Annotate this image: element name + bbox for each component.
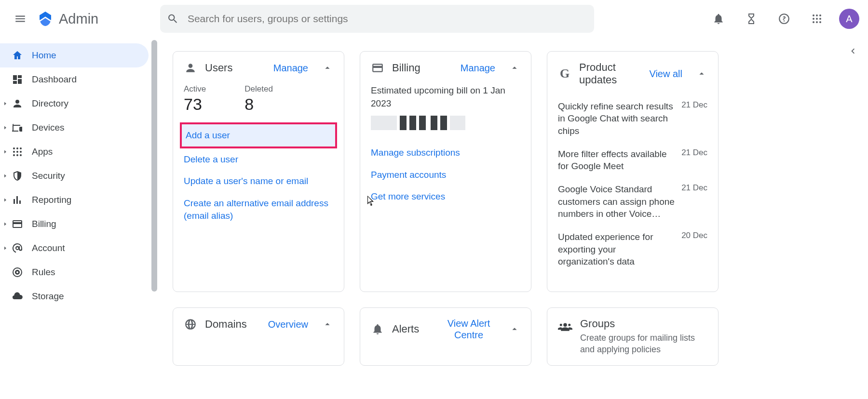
card-icon <box>371 61 384 75</box>
update-user-link[interactable]: Update a user's name or email <box>184 170 333 192</box>
svg-point-3 <box>813 18 814 20</box>
sidebar-item-devices[interactable]: Devices <box>0 116 149 140</box>
sidebar-item-label: Billing <box>32 219 56 229</box>
sidebar-item-billing[interactable]: Billing <box>0 212 149 236</box>
billing-card: Billing Manage Estimated upcoming bill o… <box>360 51 531 292</box>
svg-point-10 <box>16 147 18 149</box>
sidebar-item-label: Reporting <box>32 195 71 205</box>
add-a-user-link[interactable]: Add a user <box>180 122 337 148</box>
domains-card: Domains Overview <box>173 307 344 366</box>
domains-collapse-button[interactable] <box>322 319 333 330</box>
domains-overview-link[interactable]: Overview <box>268 319 308 330</box>
search-bar[interactable] <box>160 5 594 33</box>
dashboard-icon <box>12 74 23 85</box>
view-alert-centre-link[interactable]: View Alert Centre <box>442 318 495 341</box>
payment-accounts-link[interactable]: Payment accounts <box>371 164 520 186</box>
billing-collapse-button[interactable] <box>509 62 520 74</box>
expand-arrow-icon <box>1 99 10 108</box>
billing-estimate-text: Estimated upcoming bill on 1 Jan 2023 <box>371 84 520 110</box>
top-bar: Admin A <box>0 0 868 38</box>
svg-point-14 <box>20 151 22 153</box>
apps-launcher-button[interactable] <box>805 7 828 30</box>
sidebar-item-home[interactable]: Home <box>0 43 149 67</box>
svg-point-5 <box>819 18 821 20</box>
groups-card-title: Groups <box>580 318 707 330</box>
billing-manage-link[interactable]: Manage <box>461 63 495 74</box>
alerts-collapse-button[interactable] <box>509 323 520 335</box>
main-menu-button[interactable] <box>10 8 31 29</box>
at-icon <box>12 242 23 254</box>
svg-point-1 <box>816 14 818 16</box>
delete-a-user-link[interactable]: Delete a user <box>184 148 333 171</box>
create-alias-link[interactable]: Create an alternative email address (ema… <box>184 192 333 226</box>
sidebar-scroll-thumb[interactable] <box>151 40 157 292</box>
update-item[interactable]: Updated experience for exporting your or… <box>558 227 707 275</box>
users-manage-link[interactable]: Manage <box>273 63 308 74</box>
svg-point-4 <box>816 18 818 20</box>
users-stats: Active 73 Deleted 8 <box>184 84 333 114</box>
help-button[interactable] <box>773 7 796 30</box>
notifications-button[interactable] <box>707 7 730 30</box>
sidebar-item-security[interactable]: Security <box>0 164 149 188</box>
sidebar-item-directory[interactable]: Directory <box>0 92 149 116</box>
devices-icon <box>12 122 23 133</box>
expand-arrow-icon <box>1 220 10 228</box>
sidebar-wrap: HomeDashboardDirectoryDevicesAppsSecurit… <box>0 38 157 399</box>
update-date: 21 Dec <box>681 148 707 158</box>
sidebar-item-account[interactable]: Account <box>0 236 149 260</box>
update-item[interactable]: More filter effects available for Google… <box>558 144 707 179</box>
update-date: 21 Dec <box>681 100 707 110</box>
notifications-icon <box>712 13 725 25</box>
update-item[interactable]: Google Voice Standard customers can assi… <box>558 179 707 227</box>
sidebar-item-reporting[interactable]: Reporting <box>0 188 149 212</box>
help-icon <box>778 13 790 25</box>
groups-card-description: Create groups for mailing lists and appl… <box>580 332 707 356</box>
admin-logo[interactable]: Admin <box>37 10 98 27</box>
chevron-up-icon <box>322 319 333 330</box>
update-item[interactable]: Quickly refine search results in Google … <box>558 96 707 144</box>
sidebar-item-storage[interactable]: Storage <box>0 284 149 308</box>
sidebar-item-label: Apps <box>32 146 53 157</box>
sidebar-item-label: Devices <box>32 122 65 133</box>
product-updates-card: G Product updates View all Quickly refin… <box>547 51 719 292</box>
users-card-title: Users <box>205 62 232 74</box>
sidebar-item-apps[interactable]: Apps <box>0 140 149 164</box>
sidebar-item-label: Home <box>32 50 56 61</box>
card-icon <box>12 218 23 230</box>
svg-point-11 <box>20 147 22 149</box>
manage-subscriptions-link[interactable]: Manage subscriptions <box>371 142 520 164</box>
groups-card[interactable]: Groups Create groups for mailing lists a… <box>547 307 719 366</box>
globe-icon <box>184 318 197 331</box>
content-area: HomeDashboardDirectoryDevicesAppsSecurit… <box>0 38 868 399</box>
search-input[interactable] <box>188 13 587 25</box>
updates-collapse-button[interactable] <box>696 68 707 80</box>
sidebar-item-label: Dashboard <box>32 74 77 85</box>
svg-point-16 <box>16 154 18 156</box>
update-text: Google Voice Standard customers can assi… <box>558 183 675 220</box>
update-text: Updated experience for exporting your or… <box>558 231 675 268</box>
collapse-side-panel-button[interactable] <box>844 42 861 60</box>
svg-point-2 <box>819 14 821 16</box>
sidebar-item-label: Storage <box>32 291 64 302</box>
account-avatar[interactable]: A <box>839 9 859 29</box>
chevron-left-icon <box>847 46 858 56</box>
tasks-button[interactable] <box>740 7 763 30</box>
updates-view-all-link[interactable]: View all <box>649 68 682 80</box>
sidebar-item-rules[interactable]: Rules <box>0 260 149 284</box>
users-collapse-button[interactable] <box>322 62 333 74</box>
chevron-up-icon <box>509 63 520 73</box>
apps-grid-icon <box>811 13 823 25</box>
users-card: Users Manage Active 73 Deleted 8 Add a u… <box>173 51 344 292</box>
groups-icon <box>558 319 572 336</box>
expand-arrow-icon <box>1 244 10 253</box>
hamburger-icon <box>14 13 27 25</box>
chevron-up-icon <box>322 63 333 73</box>
cards-row-2: Domains Overview Alerts View Alert Centr… <box>173 307 868 366</box>
alerts-card: Alerts View Alert Centre <box>360 307 531 366</box>
target-icon <box>12 266 23 278</box>
get-more-services-link[interactable]: Get more services <box>371 186 520 208</box>
billing-card-title: Billing <box>392 62 420 74</box>
svg-point-15 <box>13 154 15 156</box>
cards-row-1: Users Manage Active 73 Deleted 8 Add a u… <box>173 51 868 292</box>
sidebar-item-dashboard[interactable]: Dashboard <box>0 67 149 92</box>
